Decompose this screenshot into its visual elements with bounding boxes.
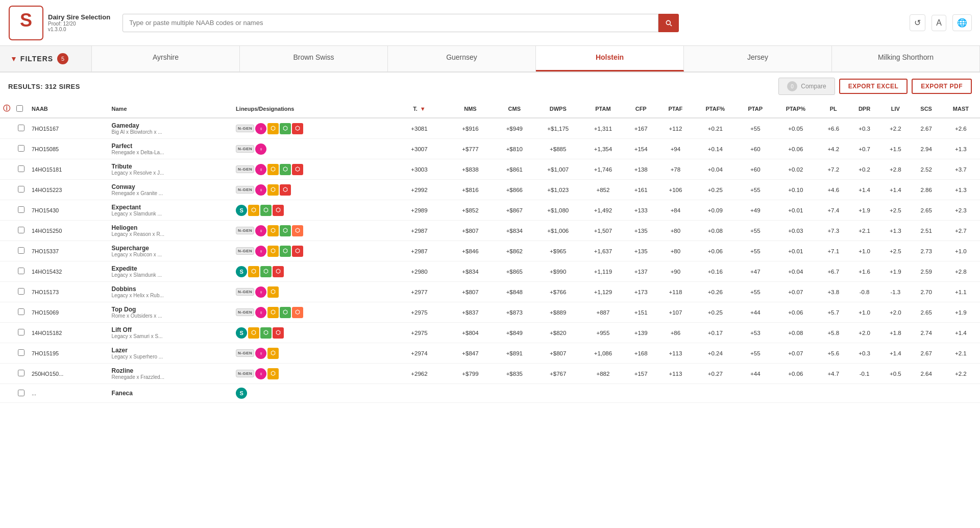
export-excel-button[interactable]: EXPORT EXCEL [839, 79, 908, 94]
female-icon: ♀ [255, 123, 266, 134]
check-cell[interactable] [13, 241, 29, 261]
row-checkbox[interactable] [18, 349, 24, 356]
row-checkbox[interactable] [18, 145, 24, 152]
text-size-button[interactable]: A [932, 15, 946, 31]
row-checkbox[interactable] [18, 186, 24, 193]
name-cell: Lazer Legacy x Superhero ... [109, 343, 233, 364]
col-desig-header[interactable]: Lineups/Designations [233, 100, 393, 118]
col-scs-header[interactable]: SCS [911, 100, 942, 118]
compare-button[interactable]: 0 Compare [778, 78, 835, 95]
liv-cell: +2.8 [880, 159, 911, 180]
col-cms-header[interactable]: CMS [495, 100, 534, 118]
dwps-cell: +$1,080 [534, 200, 582, 221]
col-ptafpct-header[interactable]: PTAF% [693, 100, 737, 118]
row-checkbox[interactable] [18, 370, 24, 376]
compare-circle-icon: 0 [787, 81, 797, 91]
nms-cell: +$838 [446, 159, 495, 180]
tab-holstein[interactable]: Holstein [536, 46, 684, 71]
naab-cell: 14HO15182 [29, 323, 109, 343]
check-cell[interactable] [13, 159, 29, 180]
ptappct-cell: +0.06 [773, 139, 818, 159]
row-checkbox[interactable] [18, 308, 24, 315]
row-checkbox[interactable] [18, 125, 24, 131]
refresh-button[interactable]: ↺ [910, 14, 925, 31]
row-checkbox[interactable] [18, 288, 24, 295]
tab-milking-shorthorn[interactable]: Milking Shorthorn [832, 46, 980, 71]
ptaf-cell: +80 [658, 221, 693, 241]
col-liv-header[interactable]: LIV [880, 100, 911, 118]
ptappct-cell: +0.02 [773, 159, 818, 180]
col-ptaf-header[interactable]: PTAF [658, 100, 693, 118]
dwps-cell: +$990 [534, 261, 582, 282]
check-cell[interactable] [13, 282, 29, 302]
scs-cell: 2.52 [911, 159, 942, 180]
ptafpct-cell: +0.27 [693, 364, 737, 384]
mast-cell: +2.2 [942, 364, 980, 384]
check-cell[interactable] [13, 323, 29, 343]
col-cfp-header[interactable]: CFP [624, 100, 658, 118]
row-checkbox[interactable] [18, 247, 24, 254]
leaf-icon: ⬡ [280, 225, 291, 236]
select-all-checkbox[interactable] [16, 105, 23, 112]
naab-cell: 14HO15181 [29, 159, 109, 180]
t-cell: +2989 [393, 200, 446, 221]
proof-label: Proof: 12/20 [48, 21, 110, 27]
check-cell[interactable] [13, 118, 29, 139]
check-cell[interactable] [13, 364, 29, 384]
check-cell[interactable] [13, 302, 29, 323]
language-button[interactable]: 🌐 [952, 14, 972, 31]
col-dwps-header[interactable]: DWPS [534, 100, 582, 118]
pl-cell: +4.7 [818, 364, 849, 384]
col-ptap-header[interactable]: PTAP [738, 100, 774, 118]
dwps-cell: +$889 [534, 302, 582, 323]
search-button[interactable] [658, 14, 679, 32]
col-nms-header[interactable]: NMS [446, 100, 495, 118]
dwps-cell: +$965 [534, 241, 582, 261]
ptaf-cell: +113 [658, 343, 693, 364]
tab-jersey[interactable]: Jersey [684, 46, 832, 71]
check-cell[interactable] [13, 180, 29, 200]
check-cell[interactable] [13, 139, 29, 159]
row-checkbox[interactable] [18, 165, 24, 172]
col-dpr-header[interactable]: DPR [849, 100, 880, 118]
check-cell[interactable] [13, 200, 29, 221]
col-name-header[interactable]: Name [109, 100, 233, 118]
ngen-icon: N-GEN [236, 247, 254, 255]
info-icon[interactable]: ⓘ [3, 104, 10, 112]
col-t-header[interactable]: T. ▼ [393, 100, 446, 118]
cfp-cell: +168 [624, 343, 658, 364]
table-row: 14HO15432 Expedite Legacy x Slamdunk ...… [0, 261, 980, 282]
name-cell: Tribute Legacy x Resolve x J... [109, 159, 233, 180]
female-icon: ♀ [255, 225, 266, 236]
col-ptappct-header[interactable]: PTAP% [773, 100, 818, 118]
tab-ayrshire[interactable]: Ayrshire [92, 46, 240, 71]
check-cell[interactable] [13, 261, 29, 282]
row-checkbox[interactable] [18, 268, 24, 274]
check-cell[interactable] [13, 343, 29, 364]
scs-cell: 2.59 [911, 261, 942, 282]
sire-name: Parfect [112, 142, 230, 150]
table-row: 7HO15195 Lazer Legacy x Superhero ... N-… [0, 343, 980, 364]
filters-tab[interactable]: ▼ FILTERS 5 [0, 46, 92, 71]
grain-icon: ⬡ [248, 205, 259, 216]
info-cell [0, 282, 13, 302]
ptap-cell: +55 [738, 241, 774, 261]
col-mast-header[interactable]: MAST [942, 100, 980, 118]
dpr-cell: +2.1 [849, 221, 880, 241]
tab-brown-swiss[interactable]: Brown Swiss [240, 46, 388, 71]
row-checkbox[interactable] [18, 390, 24, 396]
row-checkbox[interactable] [18, 227, 24, 233]
export-pdf-button[interactable]: EXPORT PDF [912, 79, 972, 94]
row-checkbox[interactable] [18, 329, 24, 335]
col-naab-header[interactable]: NAAB [29, 100, 109, 118]
search-input[interactable] [122, 14, 658, 32]
row-checkbox[interactable] [18, 206, 24, 213]
col-pl-header[interactable]: PL [818, 100, 849, 118]
nms-cell: +$807 [446, 282, 495, 302]
tab-guernsey[interactable]: Guernsey [388, 46, 536, 71]
check-cell[interactable] [13, 384, 29, 403]
check-cell[interactable] [13, 221, 29, 241]
hex-red-icon: ⬡ [292, 246, 303, 257]
name-cell: Conway Renegade x Granite ... [109, 180, 233, 200]
col-ptam-header[interactable]: PTAM [582, 100, 624, 118]
